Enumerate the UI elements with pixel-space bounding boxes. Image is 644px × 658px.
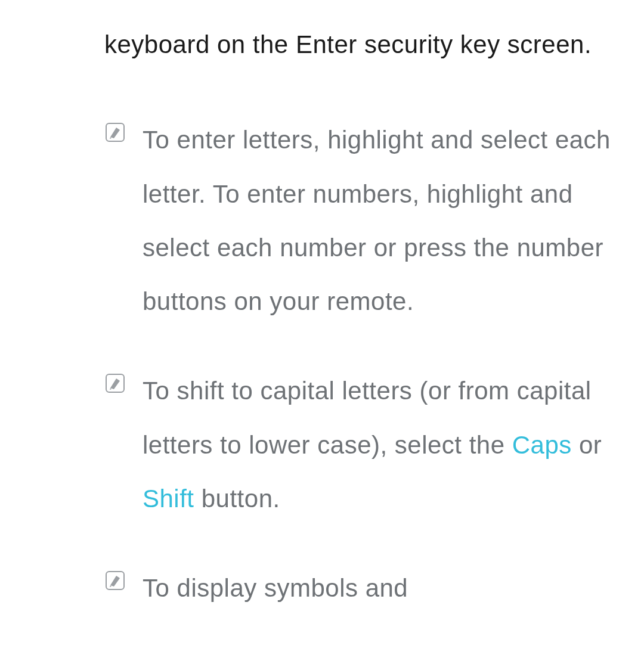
intro-paragraph: keyboard on the Enter security key scree… (104, 18, 623, 72)
note-icon (104, 122, 126, 143)
note-text-1: To enter letters, highlight and select e… (143, 113, 623, 328)
note-item-3: To display symbols and (104, 561, 623, 615)
note-text-3: To display symbols and (143, 561, 408, 615)
caps-label: Caps (512, 431, 572, 459)
note-icon (104, 373, 126, 394)
note-item-1: To enter letters, highlight and select e… (104, 113, 623, 328)
note-text-2: To shift to capital letters (or from cap… (143, 364, 623, 526)
shift-label: Shift (143, 485, 194, 513)
note-item-2: To shift to capital letters (or from cap… (104, 364, 623, 526)
note-icon (104, 570, 126, 591)
